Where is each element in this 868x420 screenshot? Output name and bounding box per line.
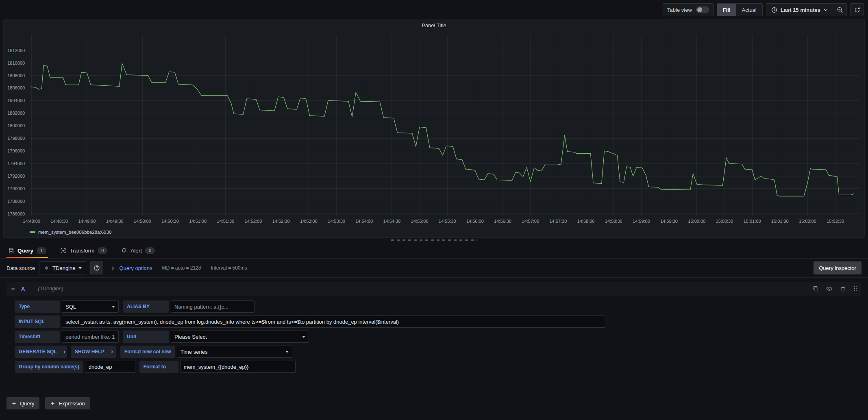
refresh-button[interactable] bbox=[850, 3, 864, 16]
x-tick-label: 14:57:00 bbox=[522, 219, 539, 224]
x-tick-label: 14:51:30 bbox=[217, 219, 234, 224]
y-tick-label: 1798000 bbox=[7, 136, 25, 141]
tab-query-count: 1 bbox=[37, 247, 46, 254]
drag-handle-icon[interactable] bbox=[853, 285, 857, 292]
caret-down-icon bbox=[78, 267, 82, 269]
x-tick-label: 14:53:00 bbox=[300, 219, 318, 224]
y-axis-labels: 1812000181000018080001806000180400018020… bbox=[4, 35, 27, 216]
format-select-value: Time series bbox=[181, 349, 208, 355]
bell-icon bbox=[121, 248, 127, 254]
x-tick-label: 14:50:30 bbox=[161, 219, 179, 224]
interval-info: Interval = 500ms bbox=[211, 265, 247, 271]
generate-sql-label: GENERATE SQL bbox=[19, 349, 57, 355]
caret-down-icon bbox=[285, 351, 289, 353]
timeshift-input[interactable] bbox=[62, 331, 119, 343]
panel-title[interactable]: Panel Title bbox=[4, 20, 864, 31]
toggle-knob bbox=[697, 7, 702, 12]
tab-alert-count: 0 bbox=[145, 247, 155, 254]
generate-sql-button[interactable]: GENERATE SQL bbox=[15, 346, 67, 358]
x-tick-label: 14:56:00 bbox=[466, 219, 484, 224]
y-tick-label: 1810000 bbox=[7, 61, 25, 65]
y-tick-label: 1790000 bbox=[7, 186, 25, 191]
y-tick-label: 1792000 bbox=[7, 174, 25, 178]
time-controls: Last 15 minutes bbox=[766, 3, 847, 16]
format-to-label: Format to bbox=[139, 361, 178, 373]
tab-transform-count: 0 bbox=[98, 247, 107, 254]
group-by-input[interactable] bbox=[85, 361, 135, 373]
input-sql-input[interactable] bbox=[62, 316, 605, 328]
magnifier-minus-icon bbox=[837, 7, 843, 13]
caret-down-icon bbox=[302, 336, 305, 338]
type-select[interactable]: SQL bbox=[62, 300, 119, 313]
x-tick-label: 14:55:30 bbox=[439, 219, 456, 224]
plot-area[interactable] bbox=[30, 35, 860, 216]
format-to-input[interactable] bbox=[180, 361, 296, 373]
tab-transform[interactable]: Transform 0 bbox=[59, 243, 109, 258]
add-query-button[interactable]: Query bbox=[7, 397, 39, 409]
show-help-button[interactable]: SHOW HELP bbox=[71, 346, 116, 358]
unit-label: Unit bbox=[123, 331, 169, 343]
alias-by-input[interactable] bbox=[171, 300, 255, 313]
panel: Panel Title 1812000181000018080001806000… bbox=[3, 20, 865, 238]
x-tick-label: 14:55:00 bbox=[411, 219, 429, 224]
pane-resize-handle[interactable] bbox=[391, 239, 477, 241]
editor-pane: Query 1 Transform 0 Alert 0 Data source … bbox=[0, 243, 868, 420]
database-icon bbox=[8, 248, 14, 254]
legend-swatch bbox=[30, 231, 35, 233]
query-ref-id[interactable]: A bbox=[21, 286, 25, 292]
table-view-toggle[interactable] bbox=[696, 7, 709, 13]
datasource-row: Data source TDengine Query options MD = … bbox=[0, 259, 868, 278]
x-tick-label: 14:51:00 bbox=[189, 219, 207, 224]
duplicate-query-button[interactable] bbox=[813, 286, 819, 292]
collapse-chevron-icon[interactable] bbox=[11, 286, 15, 291]
datasource-help-button[interactable] bbox=[90, 261, 103, 274]
legend-series-name: mem_system_bee006bbe28a:6030 bbox=[38, 230, 111, 235]
tab-alert[interactable]: Alert 0 bbox=[120, 243, 157, 258]
fill-button[interactable]: Fill bbox=[717, 4, 736, 16]
add-expression-button[interactable]: Expression bbox=[45, 397, 90, 409]
toggle-visibility-button[interactable] bbox=[826, 285, 833, 292]
refresh-icon bbox=[854, 7, 860, 13]
help-circle-icon bbox=[94, 265, 100, 271]
tab-query[interactable]: Query 1 bbox=[7, 243, 48, 258]
x-tick-label: 14:49:30 bbox=[106, 219, 124, 224]
x-tick-label: 15:02:00 bbox=[799, 219, 816, 224]
time-range-label: Last 15 minutes bbox=[781, 7, 820, 13]
x-tick-label: 14:52:30 bbox=[272, 219, 290, 224]
tab-query-label: Query bbox=[17, 248, 33, 254]
time-range-picker[interactable]: Last 15 minutes bbox=[766, 4, 833, 16]
unit-select-value: Please Select bbox=[174, 334, 207, 340]
format-select[interactable]: Time series bbox=[177, 346, 292, 358]
query-options-chevron-icon[interactable] bbox=[111, 266, 115, 270]
timeshift-label: Timeshift bbox=[15, 331, 60, 343]
add-query-label: Query bbox=[20, 400, 34, 407]
legend-item[interactable]: mem_system_bee006bbe28a:6030 bbox=[30, 230, 111, 235]
y-tick-label: 1808000 bbox=[7, 73, 25, 78]
row-timeshift: Timeshift Unit Please Select bbox=[15, 331, 861, 343]
datasource-picker[interactable]: TDengine bbox=[39, 261, 86, 274]
query-actions bbox=[813, 285, 857, 292]
query-options-link[interactable]: Query options bbox=[119, 265, 152, 271]
zoom-out-button[interactable] bbox=[833, 4, 846, 16]
y-tick-label: 1812000 bbox=[7, 48, 25, 53]
actual-button[interactable]: Actual bbox=[736, 4, 762, 16]
y-tick-label: 1802000 bbox=[7, 111, 25, 115]
x-tick-label: 14:57:30 bbox=[549, 219, 567, 224]
max-data-points-info: MD = auto = 2128 bbox=[162, 265, 201, 271]
plus-icon bbox=[50, 401, 55, 406]
format-label: Format new col new bbox=[120, 346, 175, 358]
unit-select[interactable]: Please Select bbox=[171, 331, 309, 343]
x-tick-label: 14:52:00 bbox=[245, 219, 262, 224]
y-tick-label: 1800000 bbox=[7, 123, 25, 128]
query-inspector-button[interactable]: Query inspector bbox=[814, 261, 861, 274]
y-tick-label: 1794000 bbox=[7, 161, 25, 166]
delete-query-button[interactable] bbox=[840, 286, 846, 292]
y-tick-label: 1806000 bbox=[7, 85, 25, 90]
x-tick-label: 14:53:30 bbox=[328, 219, 345, 224]
caret-down-icon bbox=[112, 306, 115, 308]
clock-icon bbox=[771, 7, 777, 13]
datasource-label: Data source bbox=[7, 265, 35, 271]
y-tick-label: 1788000 bbox=[7, 199, 25, 204]
pane-size-segmented: Fill Actual bbox=[717, 3, 763, 16]
table-view-control: Table view bbox=[663, 3, 714, 16]
